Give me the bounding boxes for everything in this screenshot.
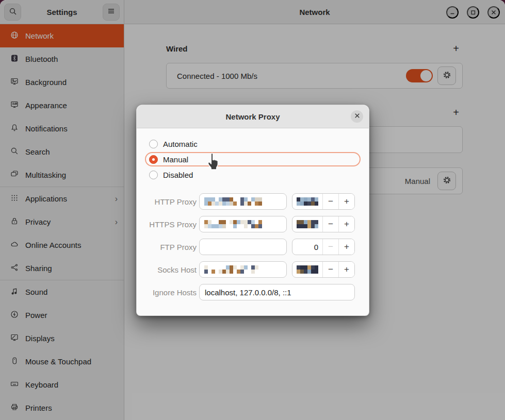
ignore-hosts-input[interactable] (199, 284, 355, 300)
ftp-proxy-host-input[interactable] (199, 239, 287, 255)
increment-button[interactable]: + (338, 216, 354, 232)
network-proxy-dialog: Network Proxy Automatic Manual Disabled … (136, 105, 369, 316)
decrement-button[interactable]: − (322, 262, 338, 277)
radio-icon (149, 171, 158, 179)
increment-button[interactable]: + (338, 239, 354, 255)
dialog-headerbar: Network Proxy (137, 105, 369, 128)
close-icon (354, 112, 361, 121)
http-proxy-port-spinner: − + (292, 193, 355, 210)
ftp-proxy-row: FTP Proxy 0 − + (145, 239, 361, 255)
radio-label: Automatic (163, 140, 198, 148)
dialog-title: Network Proxy (225, 112, 280, 121)
field-label: HTTP Proxy (145, 197, 197, 206)
decrement-button-disabled[interactable]: − (322, 239, 338, 255)
socks-host-row: Socks Host − + (145, 261, 361, 278)
redacted-host-value (204, 197, 262, 206)
port-value[interactable] (292, 194, 322, 209)
radio-label: Disabled (163, 171, 193, 179)
redacted-port-value (297, 197, 318, 206)
radio-option-manual[interactable]: Manual (145, 152, 361, 166)
radio-icon (149, 140, 158, 148)
ignore-hosts-row: Ignore Hosts (145, 284, 361, 300)
field-label: Socks Host (145, 265, 197, 274)
socks-port-spinner: − + (292, 261, 355, 278)
field-label: Ignore Hosts (145, 288, 197, 297)
mouse-cursor-pointer (206, 153, 220, 173)
https-proxy-port-spinner: − + (292, 216, 355, 232)
redacted-host-value (204, 265, 262, 274)
increment-button[interactable]: + (338, 194, 354, 209)
proxy-form: HTTP Proxy − + HTTPS Proxy (145, 193, 361, 300)
https-proxy-row: HTTPS Proxy − + (145, 216, 361, 232)
radio-label: Manual (163, 155, 188, 164)
decrement-button[interactable]: − (322, 194, 338, 209)
dialog-close-button[interactable] (351, 110, 363, 123)
dialog-body: Automatic Manual Disabled HTTP Proxy (137, 128, 369, 300)
increment-button[interactable]: + (338, 262, 354, 277)
field-label: HTTPS Proxy (145, 220, 197, 229)
ftp-proxy-port-spinner: 0 − + (292, 239, 355, 255)
http-proxy-row: HTTP Proxy − + (145, 193, 361, 210)
port-value[interactable] (292, 262, 322, 277)
port-value[interactable] (292, 216, 322, 232)
redacted-port-value (297, 220, 318, 228)
redacted-host-value (204, 220, 262, 228)
field-label: FTP Proxy (145, 243, 197, 251)
radio-option-automatic[interactable]: Automatic (145, 137, 361, 150)
decrement-button[interactable]: − (322, 216, 338, 232)
redacted-port-value (297, 265, 318, 274)
radio-option-disabled[interactable]: Disabled (145, 168, 361, 181)
settings-window: Settings Network (0, 0, 505, 420)
radio-checked-icon (149, 155, 158, 164)
port-value[interactable]: 0 (292, 239, 322, 255)
